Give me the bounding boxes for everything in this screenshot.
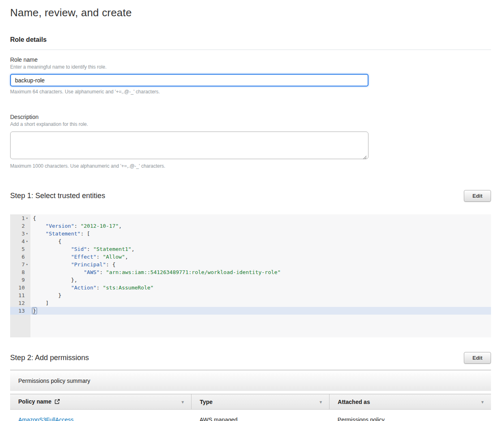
line-number: 10 bbox=[10, 284, 30, 291]
line-number: 4▾ bbox=[10, 237, 30, 245]
permissions-table: Policy name ▼ Type ▼ Attached as ▼ bbox=[10, 394, 491, 421]
line-number: 2 bbox=[10, 222, 30, 230]
panel-gap bbox=[10, 391, 491, 394]
editor-line[interactable]: 7▾ "Principal": { bbox=[10, 261, 491, 268]
policy-type-cell: AWS managed bbox=[192, 410, 330, 421]
editor-lines: 1▾{2 "Version": "2012-10-17",3▾ "Stateme… bbox=[10, 214, 491, 315]
permissions-policy-panel: Permissions policy summary Policy name ▼… bbox=[10, 370, 491, 421]
line-number: 3▾ bbox=[10, 230, 30, 237]
section-divider bbox=[10, 50, 491, 50]
line-number: 5 bbox=[10, 245, 30, 253]
code-text: { bbox=[30, 214, 491, 222]
column-label: Policy name bbox=[18, 398, 52, 405]
resize-handle-icon[interactable] bbox=[362, 154, 367, 158]
code-text: ] bbox=[30, 299, 491, 307]
editor-line[interactable]: 6 "Effect": "Allow", bbox=[10, 253, 491, 261]
fold-arrow-icon[interactable]: ▾ bbox=[25, 237, 30, 245]
sort-icon[interactable]: ▼ bbox=[480, 399, 485, 404]
fold-arrow-icon[interactable]: ▾ bbox=[25, 230, 30, 237]
code-text: "Effect": "Allow", bbox=[30, 253, 491, 261]
attached-as-cell: Permissions policy bbox=[330, 410, 491, 421]
code-text: "Statement": [ bbox=[30, 230, 491, 237]
trust-policy-editor[interactable]: 1▾{2 "Version": "2012-10-17",3▾ "Stateme… bbox=[10, 214, 491, 337]
description-label: Description bbox=[10, 114, 491, 120]
editor-line[interactable]: 1▾{ bbox=[10, 214, 491, 222]
code-text: } bbox=[30, 307, 491, 315]
line-number: 12 bbox=[10, 299, 30, 307]
column-header-type[interactable]: Type ▼ bbox=[192, 394, 330, 410]
description-textarea[interactable] bbox=[10, 132, 368, 159]
fold-arrow-icon[interactable]: ▾ bbox=[25, 261, 30, 268]
editor-line[interactable]: 10 "Action": "sts:AssumeRole" bbox=[10, 284, 491, 291]
editor-line[interactable]: 8 "AWS": "arn:aws:iam::541263489771:role… bbox=[10, 268, 491, 276]
column-header-policy-name[interactable]: Policy name ▼ bbox=[10, 394, 192, 410]
line-number: 8 bbox=[10, 268, 30, 276]
editor-line[interactable]: 2 "Version": "2012-10-17", bbox=[10, 222, 491, 230]
code-text: "AWS": "arn:aws:iam::541263489771:role/w… bbox=[30, 268, 491, 276]
editor-line[interactable]: 4▾ { bbox=[10, 237, 491, 245]
role-details-section: Role details Role name Enter a meaningfu… bbox=[10, 36, 491, 169]
sort-icon[interactable]: ▼ bbox=[319, 399, 323, 404]
code-text: "Principal": { bbox=[30, 261, 491, 268]
panel-title: Permissions policy summary bbox=[10, 370, 491, 391]
code-text: "Action": "sts:AssumeRole" bbox=[30, 284, 491, 291]
line-number: 6 bbox=[10, 253, 30, 261]
role-name-label: Role name bbox=[10, 56, 491, 63]
line-number: 9 bbox=[10, 276, 30, 284]
external-link-icon bbox=[54, 399, 60, 406]
sort-icon[interactable]: ▼ bbox=[181, 399, 185, 404]
step1-heading: Step 1: Select trusted entities bbox=[10, 192, 105, 200]
line-number: 11 bbox=[10, 291, 30, 299]
step2-section: Step 2: Add permissions Edit Permissions… bbox=[10, 352, 491, 421]
editor-line[interactable]: 13} bbox=[10, 307, 491, 315]
editor-line[interactable]: 5 "Sid": "Statement1", bbox=[10, 245, 491, 253]
description-field: Description Add a short explanation for … bbox=[10, 114, 491, 169]
column-label: Type bbox=[200, 399, 213, 405]
name-review-create-page: Name, review, and create Role details Ro… bbox=[0, 0, 504, 421]
role-name-input[interactable] bbox=[10, 74, 368, 86]
line-number: 7▾ bbox=[10, 261, 30, 268]
step2-heading: Step 2: Add permissions bbox=[10, 354, 89, 362]
editor-line[interactable]: 9 }, bbox=[10, 276, 491, 284]
step1-edit-button[interactable]: Edit bbox=[464, 190, 491, 202]
policy-name-link[interactable]: AmazonS3FullAccess bbox=[18, 417, 73, 421]
page-title: Name, review, and create bbox=[10, 6, 491, 19]
description-hint: Add a short explanation for this role. bbox=[10, 121, 491, 127]
editor-line[interactable]: 11 } bbox=[10, 291, 491, 299]
code-text: "Version": "2012-10-17", bbox=[30, 222, 491, 230]
code-text: } bbox=[30, 291, 491, 299]
editor-line[interactable]: 3▾ "Statement": [ bbox=[10, 230, 491, 237]
policy-name-cell: AmazonS3FullAccess bbox=[10, 410, 192, 421]
role-name-hint: Enter a meaningful name to identify this… bbox=[10, 64, 491, 70]
role-name-constraint: Maximum 64 characters. Use alphanumeric … bbox=[10, 89, 491, 95]
column-label: Attached as bbox=[338, 399, 370, 405]
code-text: "Sid": "Statement1", bbox=[30, 245, 491, 253]
line-number: 13 bbox=[10, 307, 30, 315]
code-text: { bbox=[30, 237, 491, 245]
column-header-attached-as[interactable]: Attached as ▼ bbox=[330, 394, 491, 410]
role-details-heading: Role details bbox=[10, 36, 491, 43]
step2-edit-button[interactable]: Edit bbox=[464, 352, 491, 364]
table-row: AmazonS3FullAccess AWS managed Permissio… bbox=[10, 410, 491, 421]
line-number: 1▾ bbox=[10, 214, 30, 222]
description-constraint: Maximum 1000 characters. Use alphanumeri… bbox=[10, 163, 491, 169]
editor-line[interactable]: 12 ] bbox=[10, 299, 491, 307]
code-text: }, bbox=[30, 276, 491, 284]
fold-arrow-icon[interactable]: ▾ bbox=[25, 214, 30, 222]
role-name-field: Role name Enter a meaningful name to ide… bbox=[10, 56, 491, 95]
step1-section: Step 1: Select trusted entities Edit 1▾{… bbox=[10, 190, 491, 337]
